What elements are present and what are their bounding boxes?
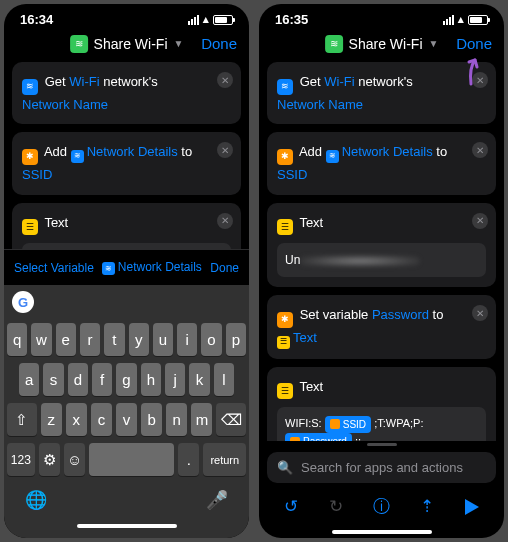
info-button[interactable]: ⓘ: [373, 495, 390, 518]
key-g[interactable]: g: [116, 363, 136, 396]
nav-title-label: Share Wi-Fi: [349, 36, 423, 52]
ssid-link[interactable]: SSID: [22, 167, 52, 182]
key-d[interactable]: d: [68, 363, 88, 396]
action-set-variable[interactable]: ✕ ✱ Set variable Password to ☰Text: [267, 295, 496, 358]
key-x[interactable]: x: [66, 403, 87, 436]
label: network's: [103, 74, 158, 89]
wifi-icon: ▴: [458, 13, 464, 26]
nav-title[interactable]: ≋ Share Wi-Fi ▼: [325, 35, 439, 53]
play-button[interactable]: [465, 499, 479, 515]
key-v[interactable]: v: [116, 403, 137, 436]
share-button[interactable]: ⇡: [420, 496, 434, 517]
key-c[interactable]: c: [91, 403, 112, 436]
key-z[interactable]: z: [41, 403, 62, 436]
key-r[interactable]: r: [80, 323, 100, 356]
undo-button[interactable]: ↺: [284, 496, 298, 517]
text-link[interactable]: Text: [293, 330, 317, 345]
network-details-chip[interactable]: ≋Network Details: [102, 260, 202, 275]
key-q[interactable]: q: [7, 323, 27, 356]
key-m[interactable]: m: [191, 403, 212, 436]
action-text[interactable]: ✕ ☰ Text Un: [267, 203, 496, 288]
key-h[interactable]: h: [141, 363, 161, 396]
sheet-handle[interactable]: [367, 443, 397, 446]
key-l[interactable]: l: [214, 363, 234, 396]
key-shift[interactable]: ⇧: [7, 403, 37, 436]
text-field[interactable]: WIFI:S: SSID ;T:WPA;P: Password ;;: [277, 407, 486, 441]
key-p[interactable]: p: [226, 323, 246, 356]
key-123[interactable]: 123: [7, 443, 35, 476]
action-get-wifi[interactable]: ✕ ≋ Get Wi-Fi network's Network Name: [267, 62, 496, 124]
key-w[interactable]: w: [31, 323, 51, 356]
clear-icon[interactable]: ✕: [472, 305, 488, 321]
select-variable-button[interactable]: Select Variable: [14, 261, 94, 275]
clear-icon[interactable]: ✕: [472, 142, 488, 158]
action-text-wifi-string[interactable]: ☰ Text WIFI:S: SSID ;T:WPA;P: Password ;…: [267, 367, 496, 442]
toolbar: ↺ ↻ ⓘ ⇡: [259, 483, 504, 524]
key-j[interactable]: j: [165, 363, 185, 396]
password-link[interactable]: Password: [372, 307, 429, 322]
clear-icon[interactable]: ✕: [217, 213, 233, 229]
network-details-link[interactable]: Network Details: [342, 144, 433, 159]
text-value: ;;: [355, 435, 361, 441]
wifi-icon: ▴: [203, 13, 209, 26]
key-emoji[interactable]: ☺: [64, 443, 85, 476]
ssid-link[interactable]: SSID: [277, 167, 307, 182]
wifi-badge-icon: ≋: [70, 35, 88, 53]
wifi-link[interactable]: Wi-Fi: [69, 74, 99, 89]
action-add-ssid[interactable]: ✕ ✱ Add ≋Network Details to SSID: [12, 132, 241, 194]
ssid-token[interactable]: SSID: [325, 416, 371, 433]
key-a[interactable]: a: [19, 363, 39, 396]
text-field[interactable]: Un: [277, 243, 486, 277]
label: Set variable: [300, 307, 369, 322]
key-return[interactable]: return: [203, 443, 246, 476]
key-t[interactable]: t: [104, 323, 124, 356]
key-e[interactable]: e: [56, 323, 76, 356]
wifi-action-icon: ≋: [277, 79, 293, 95]
mic-icon[interactable]: 🎤: [206, 489, 228, 511]
redo-button[interactable]: ↻: [329, 496, 343, 517]
key-space[interactable]: [89, 443, 174, 476]
key-u[interactable]: u: [153, 323, 173, 356]
action-get-wifi[interactable]: ✕ ≋ Get Wi-Fi network's Network Name: [12, 62, 241, 124]
search-input[interactable]: 🔍 Search for apps and actions: [267, 452, 496, 483]
kb-row-3: ⇧ z x c v b n m ⌫: [7, 403, 246, 436]
clear-icon[interactable]: ✕: [472, 72, 488, 88]
key-s[interactable]: s: [43, 363, 63, 396]
key-f[interactable]: f: [92, 363, 112, 396]
text-field[interactable]: Un: [22, 243, 231, 249]
label: to: [433, 307, 444, 322]
nav-bar: ≋ Share Wi-Fi ▼ Done: [259, 29, 504, 62]
key-o[interactable]: o: [201, 323, 221, 356]
var-badge-icon: ≋: [326, 150, 339, 163]
clear-icon[interactable]: ✕: [472, 213, 488, 229]
password-token[interactable]: Password: [285, 433, 352, 441]
key-n[interactable]: n: [166, 403, 187, 436]
kb-row-4: 123 ⚙ ☺ . return: [7, 443, 246, 476]
varbar-done-button[interactable]: Done: [210, 261, 239, 275]
action-add-ssid[interactable]: ✕ ✱ Add ≋Network Details to SSID: [267, 132, 496, 194]
key-k[interactable]: k: [189, 363, 209, 396]
done-button[interactable]: Done: [456, 35, 492, 52]
google-icon[interactable]: G: [12, 291, 34, 313]
var-badge-icon: [290, 437, 300, 441]
globe-icon[interactable]: 🌐: [25, 489, 47, 511]
network-name-link[interactable]: Network Name: [277, 97, 363, 112]
nav-title[interactable]: ≋ Share Wi-Fi ▼: [70, 35, 184, 53]
clear-icon[interactable]: ✕: [217, 72, 233, 88]
done-button[interactable]: Done: [201, 35, 237, 52]
key-settings[interactable]: ⚙: [39, 443, 60, 476]
status-right: ▴: [188, 13, 233, 26]
key-period[interactable]: .: [178, 443, 199, 476]
network-name-link[interactable]: Network Name: [22, 97, 108, 112]
home-indicator[interactable]: [77, 524, 177, 528]
key-i[interactable]: i: [177, 323, 197, 356]
action-text[interactable]: ✕ ☰ Text Un: [12, 203, 241, 250]
key-b[interactable]: b: [141, 403, 162, 436]
wifi-link[interactable]: Wi-Fi: [324, 74, 354, 89]
key-backspace[interactable]: ⌫: [216, 403, 246, 436]
home-indicator[interactable]: [332, 530, 432, 534]
label: network's: [358, 74, 413, 89]
clear-icon[interactable]: ✕: [217, 142, 233, 158]
network-details-link[interactable]: Network Details: [87, 144, 178, 159]
key-y[interactable]: y: [129, 323, 149, 356]
